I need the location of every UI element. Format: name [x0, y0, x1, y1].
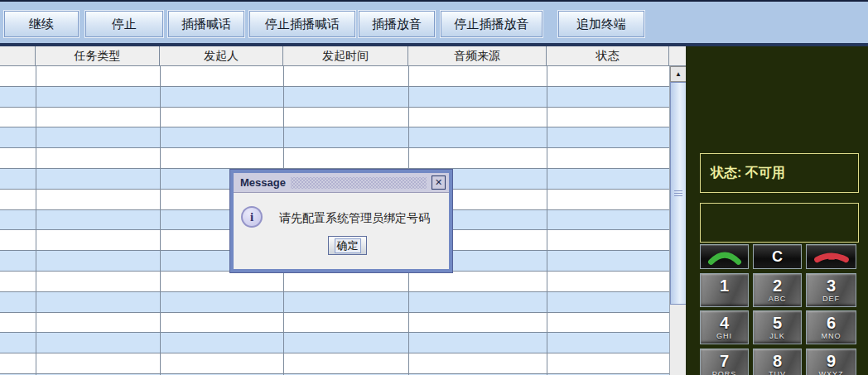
keypad-key-4[interactable]: 4 GHI	[700, 310, 749, 344]
phone-status-text: 状态: 不可用	[711, 165, 785, 182]
table-row[interactable]	[0, 272, 669, 292]
table-row[interactable]	[0, 148, 669, 169]
continue-button[interactable]: 继续	[4, 11, 79, 37]
table-row[interactable]	[0, 333, 669, 353]
hangup-phone-icon	[813, 248, 851, 266]
column-header-start-time[interactable]: 发起时间	[283, 46, 408, 65]
column-header-scroll-gap	[669, 46, 686, 65]
ok-button[interactable]: 确定	[328, 236, 367, 255]
keypad-key-2[interactable]: 2 ABC	[753, 273, 802, 307]
phone-panel: 状态: 不可用 C 1 2 ABC 3 DEF	[686, 46, 868, 375]
table-row[interactable]	[0, 108, 669, 128]
keypad-key-6[interactable]: 6 MNO	[806, 310, 856, 344]
close-icon: ✕	[435, 177, 442, 188]
phone-status-box: 状态: 不可用	[700, 153, 859, 193]
key-number: 2	[773, 277, 782, 295]
keypad-key-7[interactable]: 7 PQRS	[700, 349, 749, 375]
key-number: 4	[720, 315, 729, 332]
key-number: 1	[720, 277, 729, 295]
key-letters: PQRS	[712, 370, 737, 375]
column-header-initiator[interactable]: 发起人	[160, 46, 283, 65]
dialog-close-button[interactable]: ✕	[432, 175, 446, 190]
column-divider	[160, 66, 161, 375]
key-letters: DEF	[822, 295, 840, 303]
key-number: 3	[827, 277, 836, 295]
info-icon: i	[241, 206, 263, 228]
insert-announce-button[interactable]: 插播喊话	[168, 11, 244, 37]
stop-insert-playback-button[interactable]: 停止插播放音	[441, 11, 542, 37]
column-header-audio-source[interactable]: 音频来源	[408, 46, 547, 65]
insert-playback-button[interactable]: 插播放音	[359, 11, 435, 37]
key-letters: GHI	[716, 332, 732, 340]
key-number: 9	[827, 353, 836, 370]
table-row[interactable]	[0, 127, 669, 148]
column-header-status[interactable]: 状态	[547, 46, 669, 65]
keypad-key-9[interactable]: 9 WXYZ	[806, 349, 856, 375]
dialog-body: i 请先配置系统管理员绑定号码 确定	[234, 193, 449, 269]
key-letters: MNO	[822, 332, 841, 340]
scroll-up-icon: ▲	[675, 70, 682, 78]
append-terminal-button[interactable]: 追加终端	[558, 11, 644, 37]
info-glyph: i	[250, 210, 253, 224]
column-header-task-type[interactable]: 任务类型	[36, 46, 160, 65]
scroll-up-button[interactable]: ▲	[670, 66, 687, 82]
keypad-key-3[interactable]: 3 DEF	[806, 273, 856, 307]
column-header-blank	[0, 46, 36, 65]
broadcast-console-window: 继续 停止 插播喊话 停止插播喊话 插播放音 停止插播放音 追加终端 任务类型 …	[0, 0, 868, 375]
titlebar-texture	[291, 177, 427, 189]
answer-call-button[interactable]	[700, 244, 749, 269]
dialog-title: Message	[240, 176, 286, 189]
column-divider	[547, 66, 547, 375]
stop-insert-announce-button[interactable]: 停止插播喊话	[249, 11, 355, 37]
task-table-header: 任务类型 发起人 发起时间 音频来源 状态	[0, 46, 686, 66]
key-number: 8	[773, 353, 782, 370]
answer-phone-icon	[706, 248, 744, 266]
keypad-key-8[interactable]: 8 TUV	[753, 349, 802, 375]
keypad-key-5[interactable]: 5 JLK	[753, 310, 802, 344]
table-row[interactable]	[0, 292, 669, 313]
clear-button[interactable]: C	[753, 244, 802, 269]
key-letters: ABC	[769, 295, 787, 303]
key-number: 5	[773, 315, 782, 332]
key-letters: JLK	[769, 332, 785, 340]
table-row[interactable]	[0, 313, 669, 334]
key-number: 6	[827, 315, 836, 332]
phone-display	[700, 203, 859, 243]
scrollbar-thumb[interactable]	[670, 82, 687, 305]
ok-button-label: 确定	[335, 238, 361, 253]
table-row[interactable]	[0, 87, 669, 108]
dialog-titlebar[interactable]: Message ✕	[234, 173, 449, 193]
hangup-call-button[interactable]	[806, 244, 856, 269]
clear-label: C	[772, 248, 783, 266]
key-number: 7	[720, 353, 729, 370]
key-letters: WXYZ	[819, 370, 844, 375]
column-divider	[36, 66, 36, 375]
table-scrollbar[interactable]: ▲	[669, 66, 686, 375]
keypad-key-1[interactable]: 1	[700, 273, 749, 307]
dialog-message: 请先配置系统管理员绑定号码	[279, 211, 430, 226]
table-row[interactable]	[0, 353, 669, 374]
table-row[interactable]	[0, 66, 669, 87]
stop-button[interactable]: 停止	[85, 11, 163, 37]
key-letters: TUV	[769, 370, 786, 375]
message-dialog: Message ✕ i 请先配置系统管理员绑定号码 确定	[230, 170, 452, 272]
toolbar: 继续 停止 插播喊话 停止插播喊话 插播放音 停止插播放音 追加终端	[0, 0, 868, 46]
